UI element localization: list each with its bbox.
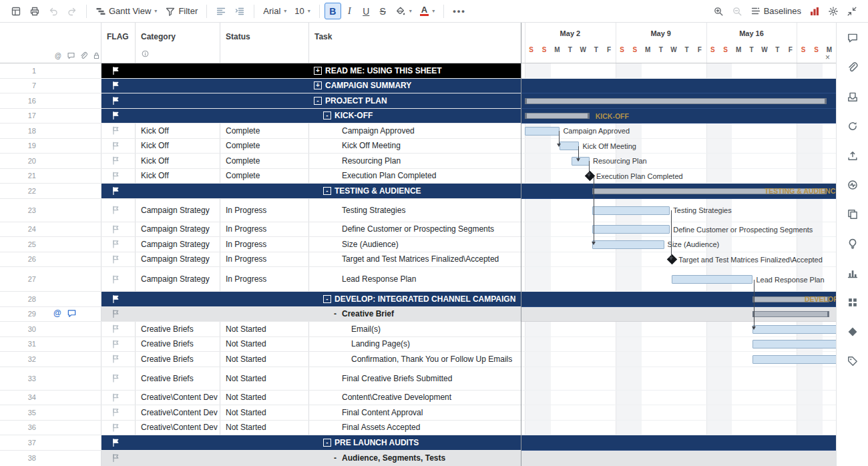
column-header-status[interactable]: Status [220, 23, 309, 63]
row-number[interactable]: 28 [7, 295, 36, 303]
category-cell[interactable]: Campaign Strategy [136, 267, 220, 291]
attachment-icon[interactable] [79, 51, 88, 60]
flag-filled-icon[interactable] [111, 437, 121, 447]
status-cell[interactable]: Not Started [220, 405, 309, 420]
flag-cell[interactable] [101, 124, 136, 138]
summary-icon[interactable] [847, 208, 859, 220]
category-cell[interactable]: Creative\Content Dev [136, 391, 220, 405]
section-row-band[interactable]: -KICK-OFF [101, 109, 521, 124]
row-number[interactable]: 19 [7, 142, 36, 150]
task-cell[interactable]: Target and Test Matrices Finalized\Accep… [309, 252, 521, 267]
row-number[interactable]: 35 [7, 409, 36, 417]
attachment-icon[interactable] [847, 61, 859, 73]
expand-icon[interactable]: + [314, 67, 322, 75]
row-gutter[interactable]: 36 [0, 421, 101, 435]
undo-icon[interactable] [44, 3, 63, 19]
row-number[interactable]: 23 [7, 206, 36, 214]
row-number[interactable]: 29 [7, 310, 36, 318]
flag-cell[interactable] [101, 391, 136, 405]
collapse-toggle[interactable]: - [334, 309, 337, 318]
collapse-icon[interactable]: - [323, 295, 331, 303]
zoom-out-icon[interactable] [728, 3, 746, 19]
flag-cell[interactable] [101, 337, 136, 352]
collapse-icon[interactable]: - [323, 111, 331, 120]
row-number[interactable]: 20 [7, 157, 36, 165]
collapse-icon[interactable]: - [323, 439, 331, 447]
status-cell[interactable]: In Progress [220, 222, 309, 237]
at-icon[interactable]: @ [53, 308, 64, 319]
premium-icon[interactable] [847, 326, 859, 338]
flag-cell[interactable] [101, 222, 136, 237]
row-gutter[interactable]: 37 [0, 435, 101, 450]
update-request-icon[interactable] [847, 120, 859, 132]
view-selector[interactable]: Gantt View▾ [91, 3, 161, 19]
status-cell[interactable]: Complete [220, 139, 309, 154]
gantt-bar-task[interactable] [752, 340, 836, 348]
task-cell[interactable]: Kick Off Meeting [309, 139, 521, 154]
category-cell[interactable]: Kick Off [136, 139, 220, 154]
flag-cell[interactable] [101, 267, 136, 291]
pane-splitter[interactable] [519, 23, 521, 466]
status-cell[interactable]: In Progress [220, 252, 309, 267]
insights-icon[interactable] [847, 238, 859, 250]
row-gutter[interactable]: 1 [0, 63, 101, 78]
gantt-bar-task[interactable] [672, 275, 752, 284]
info-icon[interactable] [141, 49, 150, 58]
flag-cell[interactable] [101, 367, 136, 390]
fill-color-button[interactable]: ▾ [391, 3, 416, 19]
row-gutter[interactable]: 34 [0, 391, 101, 405]
critical-path-icon[interactable] [805, 3, 824, 19]
align-left-icon[interactable] [212, 3, 230, 19]
task-cell[interactable]: Landing Page(s) [309, 337, 521, 352]
row-number[interactable]: 27 [7, 275, 36, 283]
row-gutter[interactable]: 35 [0, 405, 101, 420]
row-gutter[interactable]: 27 [0, 267, 101, 291]
row-number[interactable]: 17 [7, 111, 36, 120]
italic-button[interactable]: I [341, 3, 358, 19]
status-cell[interactable]: Not Started [220, 421, 309, 435]
activity-icon[interactable] [847, 179, 859, 191]
collapse-icon[interactable]: - [323, 187, 331, 195]
task-cell[interactable]: Confirmation, Thank You or Follow Up Ema… [309, 352, 521, 367]
row-number[interactable]: 30 [7, 325, 36, 333]
proofs-icon[interactable] [847, 91, 859, 103]
category-cell[interactable]: Campaign Strategy [136, 222, 220, 237]
status-cell[interactable]: In Progress [220, 199, 309, 222]
font-family-select[interactable]: Arial▾ [259, 3, 290, 19]
flag-cell[interactable] [101, 169, 136, 184]
row-number[interactable]: 22 [7, 187, 36, 195]
charts-icon[interactable] [847, 267, 859, 279]
collapse-toolbar-icon[interactable] [843, 3, 861, 19]
category-cell[interactable]: Campaign Strategy [136, 252, 220, 267]
row-number[interactable]: 37 [7, 439, 36, 447]
task-cell[interactable]: Define Customer or Prospecting Segments [309, 222, 521, 237]
row-gutter[interactable]: 21 [0, 169, 101, 184]
gantt-bar-task[interactable] [572, 157, 590, 166]
row-number[interactable]: 1 [7, 67, 36, 75]
gantt-bar-summary[interactable] [525, 113, 590, 119]
row-number[interactable]: 32 [7, 355, 36, 363]
category-cell[interactable]: Creative Briefs [136, 367, 220, 390]
gantt-bar-task[interactable] [560, 142, 579, 150]
lock-icon[interactable] [91, 51, 101, 60]
gantt-bar-summary[interactable] [525, 98, 827, 104]
at-icon[interactable]: @ [53, 51, 63, 60]
row-gutter[interactable]: 29@ [0, 307, 101, 322]
row-number[interactable]: 7 [7, 81, 36, 89]
row-number[interactable]: 38 [7, 454, 36, 462]
gantt-bar-task[interactable] [592, 240, 664, 249]
task-cell[interactable]: Final Content Approval [309, 405, 521, 420]
section-row-band[interactable]: +READ ME: USING THIS SHEET [101, 63, 521, 78]
category-cell[interactable]: Creative Briefs [136, 337, 220, 352]
task-cell[interactable]: Final Creative Briefs Submitted [309, 367, 521, 390]
flag-outline-icon[interactable] [111, 453, 121, 463]
strikethrough-button[interactable]: S [375, 3, 391, 19]
section-row-band[interactable]: -TESTING & AUDIENCE [101, 184, 521, 198]
row-gutter[interactable]: 20 [0, 154, 101, 168]
flag-cell[interactable] [101, 154, 136, 168]
row-number[interactable]: 31 [7, 340, 36, 348]
filter-button[interactable]: Filter [161, 3, 202, 19]
category-cell[interactable]: Campaign Strategy [136, 199, 220, 222]
task-cell[interactable]: Size (Audience) [309, 237, 521, 252]
flag-cell[interactable] [101, 199, 136, 222]
